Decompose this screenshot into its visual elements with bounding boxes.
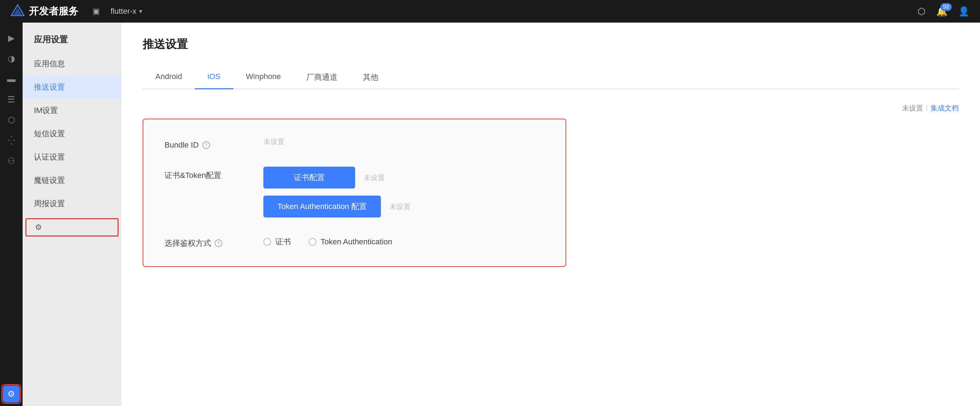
token-auth-button[interactable]: Token Authentication 配置 — [263, 196, 381, 218]
bundle-id-not-set: 未设置 — [263, 137, 285, 146]
menu-sidebar: 应用设置 应用信息 推送设置 IM设置 短信设置 认证设置 魔链设置 周报设置 … — [22, 22, 121, 406]
separator: | — [926, 103, 928, 113]
sidebar-item-users[interactable]: ⁛ — [3, 132, 20, 149]
not-set-label: 未设置 — [902, 103, 923, 113]
bundle-id-label: Bundle ID ? — [164, 137, 249, 150]
sidebar-item-shield[interactable]: ⬡ — [3, 111, 20, 129]
radio-token-label: Token Authentication — [321, 237, 392, 247]
tab-other[interactable]: 其他 — [350, 66, 391, 89]
tab-vendor[interactable]: 厂商通道 — [294, 66, 350, 89]
cube-icon[interactable]: ⬡ — [918, 6, 926, 17]
chevron-down-icon: ▾ — [139, 7, 142, 15]
sidebar-item-link[interactable]: ⚇ — [3, 153, 20, 169]
auth-method-help-icon[interactable]: ? — [215, 239, 223, 247]
layout: ▶ ◑ ▬ ☰ ⬡ ⁛ ⚇ ⚙ 应用设置 应用信息 推送设置 IM设置 短信设置… — [0, 0, 980, 406]
doc-icon[interactable]: ▣ — [92, 7, 100, 16]
tab-android[interactable]: Android — [143, 66, 195, 89]
token-not-set: 未设置 — [390, 202, 410, 212]
tab-ios[interactable]: iOS — [195, 66, 233, 89]
main-content: 推送设置 Android iOS Winphone 厂商通道 其他 未设置 | … — [121, 22, 980, 406]
radio-token-circle — [309, 238, 316, 246]
app-title: 开发者服务 — [29, 5, 78, 18]
radio-cert-circle — [263, 238, 271, 246]
bundle-id-row: Bundle ID ? 未设置 — [164, 137, 544, 150]
menu-item-magic-link[interactable]: 魔链设置 — [22, 169, 121, 192]
radio-cert-label: 证书 — [275, 237, 291, 247]
sidebar-item-settings[interactable]: ⚙ — [3, 385, 20, 403]
sidebar-item-analytics[interactable]: ◑ — [3, 50, 20, 67]
settings-bottom-icon: ⚙ — [35, 223, 42, 232]
topnav: 开发者服务 ▣ flutter-x ▾ ⬡ 🔔 98 👤 — [0, 0, 980, 22]
sidebar-item-play[interactable]: ▶ — [3, 30, 20, 46]
sidebar-item-monitor[interactable]: ▬ — [3, 71, 20, 88]
menu-bottom-highlight: ⚙ — [25, 218, 119, 237]
menu-item-sms-settings[interactable]: 短信设置 — [22, 122, 121, 145]
bell-icon[interactable]: 🔔 98 — [936, 6, 948, 17]
cert-config-button[interactable]: 证书配置 — [263, 167, 355, 188]
icon-sidebar: ▶ ◑ ▬ ☰ ⬡ ⁛ ⚇ ⚙ — [0, 22, 22, 406]
menu-item-im-settings[interactable]: IM设置 — [22, 99, 121, 122]
config-box: Bundle ID ? 未设置 证书&Token配置 证书配置 未设置 — [143, 119, 566, 267]
menu-item-push-settings[interactable]: 推送设置 — [22, 76, 121, 99]
cert-token-content: 证书配置 未设置 Token Authentication 配置 未设置 — [263, 167, 410, 218]
bundle-id-value: 未设置 — [263, 137, 285, 146]
notification-badge: 98 — [940, 3, 952, 11]
bundle-id-help-icon[interactable]: ? — [202, 141, 210, 149]
tab-winphone[interactable]: Winphone — [233, 66, 294, 89]
cert-config-row: 证书配置 未设置 — [263, 167, 410, 188]
logo-icon — [11, 4, 25, 18]
logo: 开发者服务 — [11, 4, 78, 18]
project-selector[interactable]: flutter-x ▾ — [110, 7, 142, 16]
user-icon[interactable]: 👤 — [958, 6, 969, 17]
page-title: 推送设置 — [143, 37, 959, 52]
menu-item-auth-settings[interactable]: 认证设置 — [22, 145, 121, 169]
radio-cert[interactable]: 证书 — [263, 237, 291, 247]
integration-doc-link[interactable]: 集成文档 — [931, 103, 959, 113]
sidebar-item-message[interactable]: ☰ — [3, 91, 20, 108]
menu-item-weekly-report[interactable]: 周报设置 — [22, 192, 121, 215]
cert-token-label: 证书&Token配置 — [164, 167, 249, 181]
tabs: Android iOS Winphone 厂商通道 其他 — [143, 66, 959, 89]
menu-section-title: 应用设置 — [22, 22, 121, 52]
auth-method-label: 选择鉴权方式 ? — [164, 234, 249, 248]
top-right-links: 未设置 | 集成文档 — [143, 103, 959, 113]
topnav-right: ⬡ 🔔 98 👤 — [918, 6, 969, 17]
project-name: flutter-x — [110, 7, 136, 16]
svg-marker-1 — [13, 8, 22, 15]
radio-token-auth[interactable]: Token Authentication — [309, 237, 392, 247]
cert-not-set: 未设置 — [364, 173, 385, 183]
cert-token-row: 证书&Token配置 证书配置 未设置 Token Authentication… — [164, 167, 544, 218]
auth-method-radio-group: 证书 Token Authentication — [263, 234, 392, 247]
auth-method-row: 选择鉴权方式 ? 证书 Token Authentication — [164, 234, 544, 248]
token-config-row: Token Authentication 配置 未设置 — [263, 196, 410, 218]
menu-item-app-info[interactable]: 应用信息 — [22, 52, 121, 76]
